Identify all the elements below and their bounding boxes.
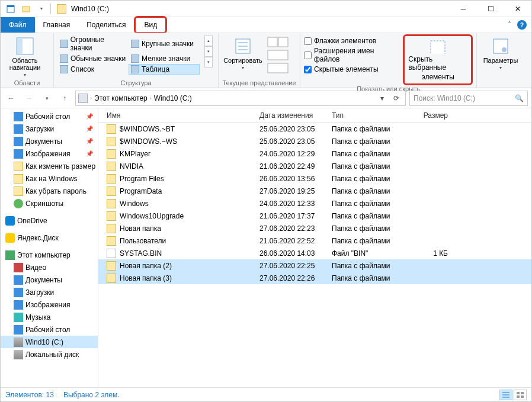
large-icons-view-button[interactable]	[514, 390, 527, 400]
collapse-ribbon-icon[interactable]: ˄	[508, 21, 511, 29]
table-row[interactable]: Новая папка27.06.2020 22:23Папка с файла…	[98, 222, 531, 234]
layout-large[interactable]: Крупные значки	[129, 34, 200, 53]
table-row[interactable]: $WINDOWS.~BT25.06.2020 23:05Папка с файл…	[98, 123, 531, 135]
add-columns-icon[interactable]	[267, 50, 289, 60]
table-row[interactable]: $WINDOWS.~WS25.06.2020 23:05Папка с файл…	[98, 135, 531, 147]
breadcrumb-drive[interactable]: Wind10 (C:)	[154, 94, 192, 102]
explorer-window: ▾ Wind10 (C:) ─ ☐ ✕ Файл Главная Поделит…	[0, 0, 532, 402]
details-view-button[interactable]	[499, 390, 512, 400]
properties-icon[interactable]	[4, 2, 17, 15]
column-date[interactable]: Дата изменения	[259, 111, 332, 120]
breadcrumb-this-pc[interactable]: Этот компьютер	[94, 94, 148, 102]
column-name[interactable]: Имя	[107, 111, 259, 120]
group-by-icon[interactable]	[267, 37, 289, 47]
tab-view[interactable]: Вид	[134, 16, 167, 34]
table-row[interactable]: Новая папка (3)27.06.2020 22:26Папка с ф…	[98, 272, 531, 284]
minimize-button[interactable]: ─	[450, 1, 477, 17]
sidebar-item[interactable]: OneDrive	[1, 214, 98, 227]
sidebar-item[interactable]: Документы	[1, 274, 98, 286]
layout-medium[interactable]: Обычные значки	[57, 53, 129, 64]
column-size[interactable]: Размер	[400, 111, 448, 120]
checkbox-hidden-items[interactable]: Скрытые элементы	[304, 65, 399, 73]
column-type[interactable]: Тип	[332, 111, 400, 120]
breadcrumb-dropdown-icon[interactable]: ▾	[376, 92, 389, 105]
file-name: Новая папка (3)	[120, 274, 259, 282]
chevron-right-icon[interactable]: ›	[89, 95, 93, 101]
sidebar-item-label: Как изменить размер	[25, 162, 95, 171]
sidebar-item[interactable]: Музыка	[1, 311, 98, 323]
up-button[interactable]: ↑	[57, 91, 72, 105]
layout-list[interactable]: Список	[57, 64, 129, 75]
folder-icon	[14, 350, 23, 359]
svg-rect-2	[23, 7, 30, 12]
layout-scroll-down-icon[interactable]: ▾	[204, 46, 213, 57]
sidebar-item-label: Загрузки	[25, 288, 54, 297]
main-area: Рабочий стол📌Загрузки📌Документы📌Изображе…	[1, 108, 531, 387]
chevron-right-icon[interactable]: ›	[149, 95, 153, 101]
sidebar-item[interactable]: Загрузки	[1, 286, 98, 298]
recent-locations-icon[interactable]: ▾	[40, 91, 54, 105]
hide-icon	[428, 38, 447, 54]
svg-rect-19	[517, 392, 520, 394]
close-button[interactable]: ✕	[504, 1, 531, 17]
table-row[interactable]: KMPlayer24.06.2020 12:29Папка с файлами	[98, 147, 531, 160]
svg-rect-1	[7, 5, 14, 7]
sidebar-item[interactable]: Видео	[1, 261, 98, 274]
folder-icon	[107, 124, 116, 134]
table-row[interactable]: NVIDIA21.06.2020 22:49Папка с файлами	[98, 160, 531, 172]
tab-share[interactable]: Поделиться	[78, 17, 134, 33]
size-columns-icon[interactable]	[267, 63, 289, 73]
layout-extra-large[interactable]: Огромные значки	[57, 34, 129, 53]
sidebar-item[interactable]: Рабочий стол	[1, 323, 98, 336]
table-row[interactable]: Program Files26.06.2020 13:56Папка с фай…	[98, 172, 531, 185]
table-row[interactable]: SYSTAG.BIN26.06.2020 14:03Файл "BIN"1 КБ	[98, 247, 531, 259]
checkbox-file-extensions[interactable]: Расширения имен файлов	[304, 47, 399, 63]
folder-icon	[14, 124, 23, 134]
folder-icon	[107, 274, 116, 283]
qat-dropdown-icon[interactable]: ▾	[35, 2, 48, 15]
folder-icon	[14, 288, 23, 297]
back-button[interactable]: ←	[4, 91, 18, 105]
checkbox-item-checkboxes[interactable]: Флажки элементов	[304, 37, 399, 45]
table-row[interactable]: ProgramData27.06.2020 19:25Папка с файла…	[98, 185, 531, 197]
sidebar-item[interactable]: Wind10 (C:)	[1, 336, 98, 348]
sidebar-item[interactable]: Скриншоты	[1, 197, 98, 210]
tab-file[interactable]: Файл	[1, 17, 35, 33]
sidebar-item-this-pc[interactable]: Этот компьютер	[1, 249, 98, 261]
sidebar-item[interactable]: Локальный диск	[1, 348, 98, 361]
sidebar-item[interactable]: Как на Windows	[1, 172, 98, 185]
search-input[interactable]: Поиск: Wind10 (C:) 🔍	[409, 91, 528, 106]
navigation-pane-button[interactable]: Область навигации ▾	[4, 34, 46, 78]
folder-icon	[14, 199, 23, 208]
status-selected-count: Выбрано 2 элем.	[63, 391, 120, 399]
sidebar-item[interactable]: Документы📌	[1, 135, 98, 147]
extra-large-icons-icon	[60, 40, 68, 48]
refresh-icon[interactable]: ⟳	[390, 92, 403, 105]
forward-button[interactable]: →	[22, 91, 36, 105]
file-date: 27.06.2020 22:26	[259, 274, 332, 282]
sort-button[interactable]: Сортировать ▾	[222, 34, 264, 70]
tab-home[interactable]: Главная	[35, 17, 79, 33]
breadcrumb[interactable]: › Этот компьютер › Wind10 (C:) ▾ ⟳	[75, 91, 406, 106]
layout-more-icon[interactable]: ▾	[204, 57, 213, 67]
sidebar-item[interactable]: Изображения	[1, 298, 98, 311]
sidebar-item[interactable]: Яндекс.Диск	[1, 231, 98, 244]
layout-small[interactable]: Мелкие значки	[129, 53, 200, 64]
sidebar-item[interactable]: Изображения📌	[1, 147, 98, 160]
sidebar-item[interactable]: Загрузки📌	[1, 123, 98, 135]
sidebar-item[interactable]: Рабочий стол📌	[1, 110, 98, 123]
table-row[interactable]: Пользователи21.06.2020 22:52Папка с файл…	[98, 234, 531, 247]
table-row[interactable]: Windows10Upgrade21.06.2020 17:37Папка с …	[98, 210, 531, 222]
sidebar-item[interactable]: Как убрать пароль	[1, 185, 98, 197]
layout-scroll-up-icon[interactable]: ▴	[204, 36, 213, 46]
layout-details[interactable]: Таблица	[129, 64, 200, 75]
navigation-pane-icon	[15, 37, 34, 56]
table-row[interactable]: Windows24.06.2020 12:33Папка с файлами	[98, 197, 531, 210]
maximize-button[interactable]: ☐	[477, 1, 504, 17]
new-folder-icon[interactable]	[20, 2, 33, 15]
help-icon[interactable]: ?	[517, 20, 527, 30]
table-row[interactable]: Новая папка (2)27.06.2020 22:25Папка с ф…	[98, 259, 531, 272]
hide-selected-button[interactable]: Скрыть выбранные элементы	[403, 34, 473, 85]
sidebar-item[interactable]: Как изменить размер📌	[1, 160, 98, 172]
options-button[interactable]: Параметры ▾	[480, 34, 521, 70]
